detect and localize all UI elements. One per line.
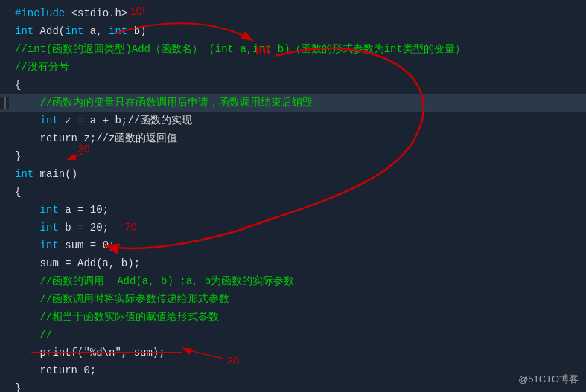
line-text: //没有分号 bbox=[9, 59, 69, 75]
token: //没有分号 bbox=[15, 61, 69, 73]
code-line: printf("%d\n", sum); bbox=[0, 344, 586, 362]
token: printf("%d\n", sum); bbox=[15, 347, 165, 359]
line-gutter bbox=[0, 311, 9, 323]
code-line: int z = a + b;//函数的实现 bbox=[0, 112, 586, 129]
code-line: //int(函数的返回类型)Add（函数名） (int a,int b)（函数的… bbox=[0, 40, 586, 58]
code-line: { bbox=[0, 183, 586, 201]
token: Add( bbox=[34, 25, 65, 37]
line-text: #include <stdio.h> bbox=[9, 5, 127, 22]
line-gutter bbox=[0, 222, 9, 234]
code-line: sum = Add(a, b); bbox=[0, 254, 586, 272]
watermark: @51CTO博客 bbox=[518, 373, 579, 386]
token: int bbox=[40, 240, 59, 251]
line-gutter bbox=[0, 132, 9, 144]
token: //函数调用时将实际参数传递给形式参数 bbox=[15, 293, 229, 305]
token: //函数的调用 Add(a, b) ;a, b为函数的实际参数 bbox=[15, 275, 294, 287]
code-line: int a = 10; bbox=[0, 201, 586, 219]
line-text: //函数内的变量只在函数调用后申请，函数调用结束后销毁 bbox=[9, 94, 313, 111]
line-text: int Add(int a, int b) bbox=[9, 23, 147, 39]
line-gutter bbox=[0, 364, 9, 376]
line-gutter bbox=[0, 293, 9, 305]
line-text: sum = Add(a, b); bbox=[9, 255, 140, 271]
line-text: return 0; bbox=[9, 362, 96, 379]
line-gutter bbox=[0, 61, 9, 73]
code-line: int sum = 0; bbox=[0, 237, 586, 254]
code-line: // bbox=[0, 326, 586, 344]
token: sum = 0; bbox=[59, 240, 115, 251]
token: a, bbox=[83, 25, 109, 37]
token: z = a + b;//函数的实现 bbox=[59, 115, 192, 126]
token: int bbox=[15, 25, 34, 37]
token bbox=[15, 204, 40, 216]
line-gutter bbox=[0, 329, 9, 341]
line-text: int b = 20; bbox=[9, 219, 109, 236]
code-line: int main() bbox=[0, 165, 586, 183]
token: b = 20; bbox=[59, 222, 109, 234]
line-gutter bbox=[0, 115, 9, 126]
code-line: return 0; bbox=[0, 362, 586, 379]
line-text: printf("%d\n", sum); bbox=[9, 344, 165, 361]
token: } bbox=[15, 150, 21, 162]
token: // bbox=[15, 329, 52, 341]
line-gutter bbox=[0, 7, 9, 19]
token: } bbox=[15, 382, 21, 392]
line-text: int sum = 0; bbox=[9, 237, 115, 254]
line-text: int main() bbox=[9, 166, 77, 182]
code-line: //函数的调用 Add(a, b) ;a, b为函数的实际参数 bbox=[0, 272, 586, 290]
line-text: return z;//z函数的返回值 bbox=[9, 130, 177, 147]
line-gutter bbox=[0, 25, 9, 37]
token: int bbox=[40, 222, 59, 234]
code-line: } bbox=[0, 379, 586, 392]
line-gutter bbox=[0, 275, 9, 287]
token: a = 10; bbox=[59, 204, 109, 216]
token bbox=[15, 115, 40, 126]
token bbox=[15, 240, 40, 251]
token: int bbox=[109, 25, 127, 37]
code-line: int b = 20; bbox=[0, 219, 586, 237]
token: main() bbox=[34, 168, 77, 180]
line-text: { bbox=[9, 184, 21, 200]
line-gutter bbox=[0, 240, 9, 251]
code-line: //函数内的变量只在函数调用后申请，函数调用结束后销毁 bbox=[0, 94, 586, 112]
token: return z;//z函数的返回值 bbox=[15, 132, 177, 144]
line-gutter bbox=[0, 97, 9, 109]
token: //函数内的变量只在函数调用后申请，函数调用结束后销毁 bbox=[15, 97, 313, 109]
token: //int(函数的返回类型)Add（函数名） (int a,int b)（函数的… bbox=[15, 43, 465, 55]
line-gutter bbox=[0, 204, 9, 216]
code-line: } bbox=[0, 147, 586, 165]
token: int bbox=[40, 115, 59, 126]
line-gutter bbox=[0, 382, 9, 392]
token: int bbox=[15, 168, 34, 180]
line-text: } bbox=[9, 148, 21, 164]
line-text: // bbox=[9, 327, 52, 343]
token: b) bbox=[127, 25, 146, 37]
code-line: //相当于函数实际值的赋值给形式参数 bbox=[0, 308, 586, 326]
line-gutter bbox=[0, 257, 9, 269]
code-line: { bbox=[0, 76, 586, 94]
line-gutter bbox=[0, 150, 9, 162]
code-editor: #include <stdio.h>int Add(int a, int b)/… bbox=[0, 0, 586, 392]
line-text: //相当于函数实际值的赋值给形式参数 bbox=[9, 309, 219, 325]
line-gutter bbox=[0, 168, 9, 180]
code-line: //函数调用时将实际参数传递给形式参数 bbox=[0, 290, 586, 308]
line-text: } bbox=[9, 380, 21, 392]
code-line: #include <stdio.h> bbox=[0, 4, 586, 22]
line-text: { bbox=[9, 77, 21, 93]
code-line: int Add(int a, int b) bbox=[0, 22, 586, 40]
code-line: //没有分号 bbox=[0, 58, 586, 76]
line-text: //函数的调用 Add(a, b) ;a, b为函数的实际参数 bbox=[9, 273, 294, 289]
code-line: return z;//z函数的返回值 bbox=[0, 129, 586, 147]
token: <stdio.h> bbox=[71, 7, 128, 19]
line-text: //函数调用时将实际参数传递给形式参数 bbox=[9, 291, 229, 307]
token: { bbox=[15, 79, 21, 91]
line-gutter bbox=[0, 43, 9, 55]
line-gutter bbox=[0, 79, 9, 91]
token bbox=[15, 222, 40, 234]
token: { bbox=[15, 186, 21, 198]
token: int bbox=[40, 204, 59, 216]
token: return 0; bbox=[15, 364, 96, 376]
token: #include bbox=[15, 7, 71, 19]
line-gutter bbox=[0, 186, 9, 198]
token: sum = Add(a, b); bbox=[15, 257, 140, 269]
line-text: int a = 10; bbox=[9, 202, 109, 218]
